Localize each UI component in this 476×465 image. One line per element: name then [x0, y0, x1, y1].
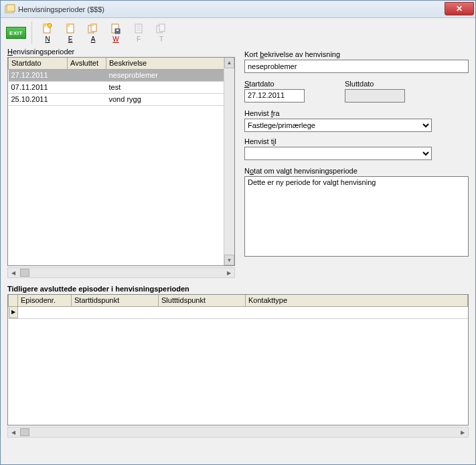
col-episodenr[interactable]: Episodenr.	[18, 295, 72, 306]
toolbar-t-label: T	[159, 36, 163, 43]
toolbar: EXIT N E A W F T	[1, 18, 475, 48]
col-rowmarker	[9, 295, 18, 306]
vertical-scrollbar[interactable]: ▲ ▼	[224, 58, 234, 265]
notat-label: Notat om valgt henvisningsperiode	[244, 167, 469, 175]
scroll-right-icon[interactable]: ▶	[224, 268, 234, 277]
toolbar-a-button[interactable]: A	[83, 21, 103, 44]
horizontal-scrollbar[interactable]: ◀ ▶	[7, 267, 235, 278]
toolbar-e-label: E	[68, 36, 73, 43]
document-copy-gray-icon	[155, 23, 167, 35]
col-startdato[interactable]: Startdato	[9, 58, 68, 69]
svg-rect-15	[159, 24, 165, 31]
kort-beskrivelse-input[interactable]	[244, 60, 469, 73]
toolbar-e-button[interactable]: E	[60, 21, 80, 44]
periods-label: Henvisningsperioder	[7, 48, 235, 56]
table-row[interactable]: 07.11.2011 test	[9, 81, 234, 93]
toolbar-n-label: N	[45, 36, 50, 43]
scroll-thumb[interactable]	[20, 269, 29, 277]
sluttdato-field	[345, 89, 405, 103]
table-row[interactable]: 25.10.2011 vond rygg	[9, 93, 234, 105]
notat-textarea[interactable]	[244, 176, 469, 257]
henvist-fra-label: Henvist fra	[244, 109, 469, 117]
scroll-thumb[interactable]	[20, 428, 29, 436]
document-new-icon	[42, 23, 54, 35]
scroll-left-icon[interactable]: ◀	[8, 268, 19, 277]
document-gray-icon	[133, 23, 145, 35]
app-icon	[5, 4, 15, 15]
scroll-up-icon[interactable]: ▲	[224, 58, 234, 68]
document-multi-icon	[87, 23, 99, 35]
svg-rect-9	[116, 29, 118, 31]
row-marker-icon	[9, 307, 18, 318]
window-title: Henvisningsperioder ($$$)	[18, 5, 104, 13]
table-row[interactable]: 27.12.2011 neseproblemer	[9, 69, 234, 81]
toolbar-f-button[interactable]: F	[129, 21, 149, 44]
document-icon	[64, 23, 76, 35]
col-kontakttype[interactable]: Kontakttype	[246, 295, 468, 306]
episodes-table[interactable]: Episodenr. Starttidspunkt Slutttidspunkt…	[7, 294, 469, 425]
toolbar-w-label: W	[112, 36, 118, 43]
col-slutttidspunkt[interactable]: Slutttidspunkt	[159, 295, 246, 306]
table-row[interactable]	[9, 306, 468, 318]
titlebar: Henvisningsperioder ($$$) ✕	[1, 1, 475, 18]
periods-table[interactable]: Startdato Avsluttet Beskrivelse 27.12.20…	[7, 57, 235, 266]
henvist-til-select[interactable]	[244, 147, 432, 160]
window-frame: Henvisningsperioder ($$$) ✕ EXIT N E A W…	[0, 0, 476, 465]
close-button[interactable]: ✕	[445, 2, 474, 15]
col-beskrivelse[interactable]: Beskrivelse	[106, 58, 234, 69]
episodes-heading: Tidligere avsluttede episoder i henvisni…	[7, 285, 469, 293]
henvist-fra-select[interactable]: Fastlege/primærlege	[244, 119, 432, 132]
svg-rect-1	[7, 5, 15, 11]
episodes-hscrollbar[interactable]: ◀ ▶	[7, 427, 469, 438]
toolbar-t-button[interactable]: T	[151, 21, 171, 44]
document-save-icon	[110, 23, 122, 35]
toolbar-f-label: F	[137, 36, 141, 43]
startdato-field[interactable]: 27.12.2011	[244, 89, 305, 103]
col-avsluttet[interactable]: Avsluttet	[68, 58, 106, 69]
sluttdato-label: Sluttdato	[345, 80, 405, 88]
scroll-left-icon[interactable]: ◀	[8, 427, 19, 437]
startdato-label: Startdato	[244, 80, 305, 88]
col-starttidspunkt[interactable]: Starttidspunkt	[72, 295, 159, 306]
toolbar-w-button[interactable]: W	[106, 21, 126, 44]
kort-beskrivelse-label: Kort bekrivelse av henvisning	[244, 50, 469, 58]
toolbar-a-label: A	[91, 36, 96, 43]
exit-button[interactable]: EXIT	[6, 25, 26, 40]
scroll-down-icon[interactable]: ▼	[224, 255, 234, 265]
scroll-right-icon[interactable]: ▶	[457, 427, 468, 437]
toolbar-separator	[31, 21, 32, 44]
exit-icon: EXIT	[6, 27, 26, 39]
henvist-til-label: Henvist til	[244, 137, 469, 145]
svg-point-3	[48, 23, 52, 27]
toolbar-n-button[interactable]: N	[37, 21, 58, 44]
